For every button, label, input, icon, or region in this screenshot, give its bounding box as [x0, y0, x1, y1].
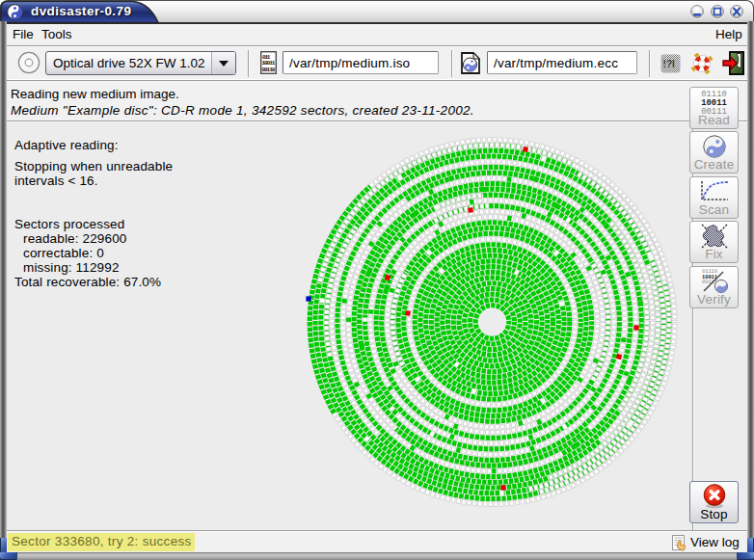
svg-text:00110: 00110	[262, 67, 276, 73]
svg-text:!?I: !?I	[663, 58, 675, 68]
